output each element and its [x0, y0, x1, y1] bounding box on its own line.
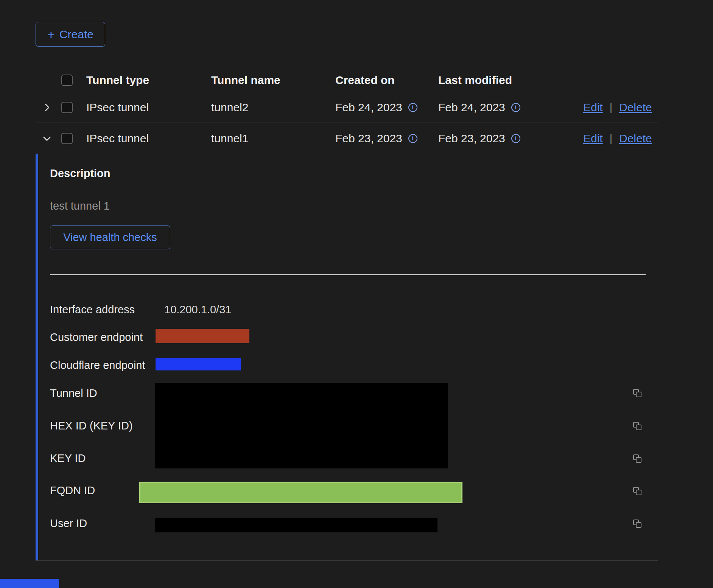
tunnel-id-label: Tunnel ID: [50, 387, 97, 400]
info-icon[interactable]: i: [408, 134, 417, 143]
tunnel-details-panel: Description test tunnel 1 View health ch…: [36, 154, 658, 561]
row-checkbox-cell: [57, 133, 82, 144]
tunnel-name-cell: tunnel2: [207, 101, 331, 114]
view-health-checks-button[interactable]: View health checks: [50, 226, 170, 249]
header-checkbox-cell: [57, 75, 82, 86]
table-header-row: Tunnel type Tunnel name Created on Last …: [36, 68, 658, 92]
row-actions-cell: Edit | Delete: [579, 101, 662, 114]
last-modified-cell: Feb 23, 2023 i: [434, 132, 579, 145]
interface-address-value: 10.200.1.0/31: [164, 303, 231, 316]
tunnels-table: Tunnel type Tunnel name Created on Last …: [36, 68, 658, 154]
copy-icon[interactable]: [632, 388, 643, 398]
copy-icon[interactable]: [632, 518, 643, 529]
col-header-last-modified: Last modified: [434, 74, 579, 87]
col-header-tunnel-name: Tunnel name: [207, 74, 331, 87]
created-on-value: Feb 23, 2023: [335, 132, 402, 145]
info-icon[interactable]: i: [511, 134, 520, 143]
table-row: IPsec tunnel tunnel1 Feb 23, 2023 i Feb …: [36, 123, 658, 154]
created-on-cell: Feb 24, 2023 i: [331, 101, 434, 114]
last-modified-cell: Feb 24, 2023 i: [434, 101, 579, 114]
edit-link[interactable]: Edit: [583, 132, 603, 145]
cloudflare-endpoint-redacted-value: [156, 358, 241, 370]
created-on-value: Feb 24, 2023: [335, 101, 402, 114]
create-button-label: Create: [59, 28, 93, 41]
key-id-label: KEY ID: [50, 452, 86, 465]
row-chevron-cell: [36, 133, 57, 144]
fqdn-id-redacted-value: [139, 482, 462, 503]
table-row: IPsec tunnel tunnel2 Feb 24, 2023 i Feb …: [36, 92, 658, 123]
tunnel-type-cell: IPsec tunnel: [82, 101, 207, 114]
interface-address-label: Interface address: [50, 303, 135, 316]
row-checkbox[interactable]: [61, 102, 73, 113]
delete-link[interactable]: Delete: [619, 132, 652, 145]
details-divider: [50, 274, 646, 275]
tunnel-id-redacted-value: [155, 383, 448, 468]
col-header-created-on: Created on: [331, 74, 434, 87]
plus-icon: +: [47, 28, 55, 41]
tunnel-name-cell: tunnel1: [207, 132, 331, 145]
row-actions-cell: Edit | Delete: [579, 132, 662, 145]
last-modified-value: Feb 24, 2023: [438, 101, 505, 114]
col-header-tunnel-type: Tunnel type: [82, 74, 207, 87]
info-icon[interactable]: i: [408, 103, 417, 112]
page: + Create Tunnel type Tunnel name Created…: [0, 0, 713, 588]
copy-icon[interactable]: [632, 421, 643, 431]
cloudflare-endpoint-label: Cloudflare endpoint: [50, 359, 145, 372]
last-modified-value: Feb 23, 2023: [438, 132, 505, 145]
info-icon[interactable]: i: [511, 103, 520, 112]
expand-chevron-icon[interactable]: [42, 102, 52, 113]
collapse-chevron-icon[interactable]: [42, 133, 52, 144]
customer-endpoint-label: Customer endpoint: [50, 331, 143, 344]
created-on-cell: Feb 23, 2023 i: [331, 132, 434, 145]
edit-link[interactable]: Edit: [583, 101, 603, 114]
delete-link[interactable]: Delete: [619, 101, 652, 114]
tunnel-type-cell: IPsec tunnel: [82, 132, 207, 145]
copy-icon[interactable]: [632, 453, 643, 464]
description-label: Description: [50, 167, 111, 180]
select-all-checkbox[interactable]: [61, 75, 73, 86]
row-checkbox-cell: [57, 102, 82, 113]
create-button[interactable]: + Create: [36, 22, 105, 47]
customer-endpoint-redacted-value: [156, 329, 249, 343]
copy-icon[interactable]: [632, 486, 643, 496]
user-id-redacted-value: [155, 518, 437, 532]
row-chevron-cell: [36, 102, 57, 113]
action-separator: |: [610, 101, 612, 114]
hex-id-label: HEX ID (KEY ID): [50, 420, 133, 432]
action-separator: |: [610, 132, 612, 145]
user-id-label: User ID: [50, 517, 87, 530]
description-value: test tunnel 1: [50, 200, 110, 212]
row-checkbox[interactable]: [61, 133, 73, 144]
fqdn-id-label: FQDN ID: [50, 484, 95, 497]
bottom-left-blue-bar[interactable]: [0, 579, 59, 588]
